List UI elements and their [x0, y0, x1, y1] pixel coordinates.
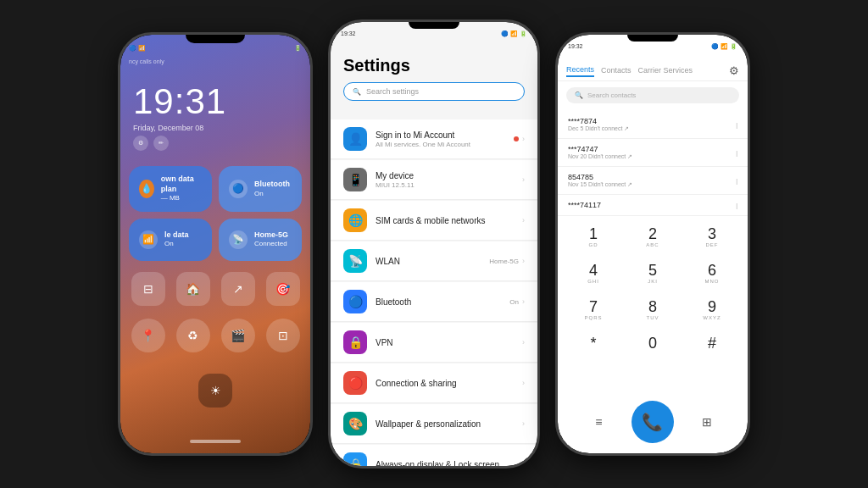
setting-bluetooth[interactable]: 🔵 Bluetooth On › — [331, 282, 537, 322]
status-icons: 🔵 📶 🔋 — [711, 43, 737, 50]
recent-action-icon-1[interactable]: | — [736, 122, 737, 128]
search-icon: 🔍 — [575, 92, 583, 99]
recent-number-3: 854785 — [568, 173, 731, 181]
dial-num-1: 1 — [589, 226, 598, 241]
phone-settings: 19:32 🔵 📶 🔋 Settings 🔍 Search settings 👤… — [328, 19, 540, 469]
recent-action-icon-2[interactable]: | — [736, 150, 737, 156]
tab-contacts[interactable]: Contacts — [601, 64, 632, 76]
status-bar: 🔵 📶 🔋 — [129, 45, 302, 52]
bluetooth-name: Bluetooth — [376, 297, 501, 307]
aod-info: Always-on display & Lock screen — [376, 460, 514, 467]
action-target[interactable]: 🎯 — [266, 272, 300, 306]
dial-num-0: 0 — [648, 336, 657, 351]
chevron-icon: › — [522, 297, 525, 306]
status-bar: 19:32 🔵 📶 🔋 — [568, 43, 737, 50]
dial-key-7[interactable]: 7 PQRS — [565, 292, 622, 327]
search-contacts-bar[interactable]: 🔍 Search contacts — [566, 87, 739, 103]
my-device-icon: 📱 — [343, 168, 367, 191]
dialpad-menu-icon[interactable]: ≡ — [583, 407, 614, 437]
chevron-icon: › — [522, 379, 525, 387]
dial-letters-3: DEF — [706, 242, 719, 247]
dial-key-5[interactable]: 5 JKI — [624, 256, 682, 291]
clock-date: Friday, December 08 — [133, 124, 226, 132]
dial-key-1[interactable]: 1 GD — [565, 219, 622, 254]
setting-vpn[interactable]: 🔒 VPN › — [331, 323, 537, 363]
bluetooth-info: Bluetooth — [376, 297, 501, 307]
recent-info-4: ****74117 — [568, 201, 731, 209]
data-plan-tile[interactable]: 💧 own data plan — MB — [129, 166, 212, 212]
action-camera[interactable]: 🎬 — [221, 319, 255, 352]
calls-only-text: ncy calls only — [129, 58, 164, 64]
chevron-icon: › — [522, 175, 525, 184]
mi-account-badge: › — [514, 135, 525, 143]
dial-key-8[interactable]: 8 TUV — [624, 292, 682, 327]
dialpad-grid-icon[interactable]: ⊞ — [692, 407, 722, 437]
recent-sub-3: Nov 15 Didn't connect ↗ — [568, 181, 731, 188]
recent-number-2: ***74747 — [568, 145, 731, 153]
dial-key-3[interactable]: 3 DEF — [683, 219, 741, 254]
action-minus[interactable]: ⊟ — [131, 272, 165, 306]
call-button[interactable]: 📞 — [632, 401, 674, 443]
setting-aod[interactable]: 🔒 Always-on display & Lock screen › — [331, 445, 537, 466]
action-refresh[interactable]: ♻ — [176, 319, 210, 352]
bluetooth-tile[interactable]: 🔵 Bluetooth On — [219, 166, 302, 212]
notch — [409, 22, 459, 29]
setting-my-device[interactable]: 📱 My device MIUI 12.5.11 › — [331, 160, 537, 200]
action-home[interactable]: 🏠 — [176, 272, 210, 306]
vpn-name: VPN — [376, 338, 514, 347]
tab-carrier-services[interactable]: Carrier Services — [638, 64, 693, 76]
setting-mi-account[interactable]: 👤 Sign in to Mi Account All Mi services.… — [331, 119, 537, 159]
mobile-data-sub: On — [164, 240, 189, 248]
recent-sub-1: Dec 5 Didn't connect ↗ — [568, 125, 731, 132]
setting-connection-sharing[interactable]: 🔴 Connection & sharing › — [331, 363, 537, 403]
recent-item-4[interactable]: ****74117 | — [558, 195, 748, 216]
dial-num-3: 3 — [708, 226, 716, 241]
dial-key-0[interactable]: 0 — [624, 329, 682, 358]
clock-settings-icon[interactable]: ⚙ — [133, 136, 148, 151]
status-icons-right: 🔋 — [294, 45, 302, 52]
dial-key-star[interactable]: * — [565, 329, 622, 358]
status-bar: 19:32 🔵 📶 🔋 — [341, 30, 527, 37]
connection-sharing-icon: 🔴 — [343, 371, 367, 395]
bluetooth-right: On › — [509, 297, 525, 306]
settings-search-bar[interactable]: 🔍 Search settings — [343, 82, 525, 101]
recent-item-2[interactable]: ***74747 Nov 20 Didn't connect ↗ | — [558, 139, 748, 167]
wallpaper-info: Wallpaper & personalization — [376, 419, 514, 429]
wifi-tile[interactable]: 📡 Home-5G Connected — [219, 219, 302, 261]
dial-key-6[interactable]: 6 MNO — [683, 256, 741, 291]
vpn-info: VPN — [376, 338, 514, 347]
settings-list: 👤 Sign in to Mi Account All Mi services.… — [331, 119, 537, 466]
mi-account-name: Sign in to Mi Account — [376, 130, 505, 140]
dial-key-4[interactable]: 4 GHI — [565, 256, 622, 291]
bluetooth-sub: On — [254, 190, 290, 198]
dial-num-6: 6 — [708, 263, 716, 278]
recent-item-3[interactable]: 854785 Nov 15 Didn't connect ↗ | — [558, 167, 748, 195]
recents-list: ****7874 Dec 5 Didn't connect ↗ | ***747… — [558, 111, 748, 216]
wlan-info: WLAN — [376, 257, 481, 266]
setting-wlan[interactable]: 📡 WLAN Home-5G › — [331, 241, 537, 281]
gear-icon[interactable]: ⚙ — [729, 64, 739, 77]
my-device-name: My device — [376, 171, 514, 180]
mobile-data-tile[interactable]: 📶 le data On — [129, 219, 212, 261]
action-share[interactable]: ↗ — [221, 272, 255, 306]
dial-key-hash[interactable]: # — [683, 329, 741, 358]
notch — [627, 35, 678, 42]
action-expand[interactable]: ⊡ — [266, 319, 300, 352]
dial-key-2[interactable]: 2 ABC — [624, 219, 682, 254]
recent-item-1[interactable]: ****7874 Dec 5 Didn't connect ↗ | — [558, 111, 748, 139]
quick-actions-row1: ⊟ 🏠 ↗ 🎯 — [129, 272, 302, 306]
recent-action-icon-3[interactable]: | — [736, 178, 737, 184]
setting-wallpaper[interactable]: 🎨 Wallpaper & personalization › — [331, 404, 537, 444]
wlan-value: Home-5G — [489, 258, 519, 265]
tab-recents[interactable]: Recents — [566, 64, 594, 77]
aod-icon: 🔒 — [343, 452, 367, 466]
setting-sim-cards[interactable]: 🌐 SIM cards & mobile networks › — [331, 201, 537, 241]
dial-letters-2: ABC — [646, 242, 659, 247]
dial-letters-5: JKI — [648, 279, 658, 284]
brightness-button[interactable]: ☀ — [198, 374, 232, 408]
clock-edit-icon[interactable]: ✏ — [153, 136, 169, 151]
recent-action-icon-4[interactable]: | — [736, 202, 737, 208]
dial-key-9[interactable]: 9 WXYZ — [683, 292, 741, 327]
notch — [186, 35, 245, 43]
action-location[interactable]: 📍 — [131, 319, 165, 352]
